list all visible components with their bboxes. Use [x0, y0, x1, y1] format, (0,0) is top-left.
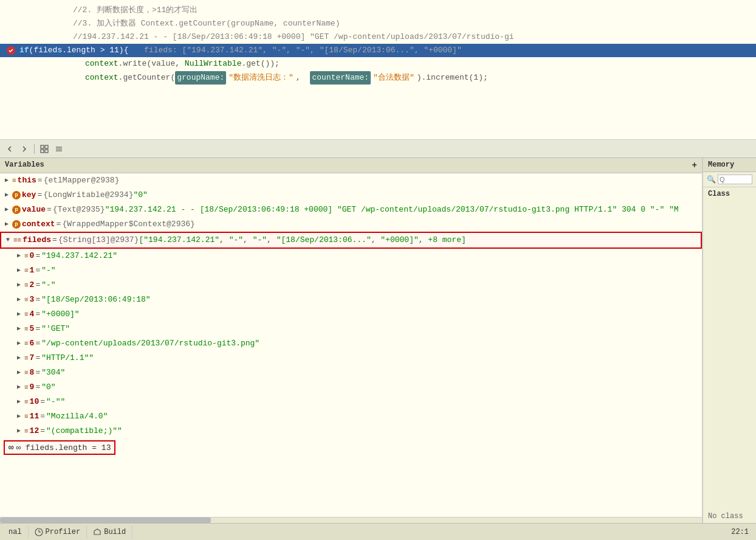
var-icon-fileds-3: ≡	[24, 294, 29, 306]
var-row-fileds[interactable]: ▼ ≡≡ fileds = {String[13]@2937} ["194.23…	[0, 232, 702, 249]
code-editor: //2. 判断数据长度，>11的才写出 //3. 加入计数器 Context.g…	[0, 0, 756, 140]
expand-fileds-0[interactable]: ▶	[15, 252, 23, 260]
var-icon-fileds: ≡≡	[13, 234, 21, 246]
var-index-4: 4	[30, 308, 35, 320]
var-row-key[interactable]: ▶ p key = {LongWritable@2934} "0"	[0, 188, 702, 202]
debug-area: Variables + ▶ ≡ this = {etlMapper@2938} …	[0, 158, 756, 523]
var-val-key: "0"	[133, 189, 147, 201]
var-row-fileds-2[interactable]: ▶ ≡ 2 = "-"	[0, 278, 702, 292]
var-row-fileds-9[interactable]: ▶ ≡ 9 = "0"	[0, 380, 702, 395]
var-row-this[interactable]: ▶ ≡ this = {etlMapper@2938}	[0, 173, 702, 188]
var-icon-fileds-1: ≡	[24, 265, 29, 277]
variables-panel-header: Variables +	[0, 158, 702, 173]
var-index-10: 10	[30, 396, 40, 408]
expand-fileds-12[interactable]: ▶	[15, 427, 23, 435]
var-icon-fileds-7: ≡	[24, 352, 29, 364]
variables-scrollbar-thumb	[0, 518, 211, 523]
toolbar-btn-arrow-right[interactable]	[18, 143, 30, 155]
variables-scrollbar[interactable]	[0, 517, 702, 523]
expand-context[interactable]: ▶	[2, 220, 11, 229]
var-row-fileds-4[interactable]: ▶ ≡ 4 = "+0000]"	[0, 307, 702, 322]
toolbar-btn-list[interactable]	[53, 143, 65, 155]
var-type-value: {Text@2935}	[53, 204, 105, 216]
add-variable-btn[interactable]: +	[692, 161, 697, 170]
svg-rect-1	[41, 145, 44, 148]
code-null-writable: NullWritable	[185, 58, 242, 70]
code-context-write: context	[85, 58, 119, 70]
fileds-length-label: ∞ fileds.length = 13	[16, 443, 111, 452]
expand-value[interactable]: ▶	[2, 206, 11, 214]
var-row-fileds-10[interactable]: ▶ ≡ 10 = "-""	[0, 395, 702, 409]
expand-fileds-9[interactable]: ▶	[15, 383, 23, 392]
var-name-fileds: fileds	[22, 234, 51, 246]
tab-nal[interactable]: nal	[2, 525, 29, 539]
tab-build[interactable]: Build	[87, 525, 132, 539]
var-val-fileds-2: "-"	[41, 279, 55, 291]
var-row-fileds-1[interactable]: ▶ ≡ 1 = "-"	[0, 263, 702, 278]
debug-toolbar	[0, 140, 756, 158]
code-getcounter: .getCounter(	[119, 72, 176, 84]
expand-fileds-2[interactable]: ▶	[15, 281, 23, 289]
var-row-fileds-3[interactable]: ▶ ≡ 3 = "[18/Sep/2013:06:49:18"	[0, 292, 702, 307]
var-row-fileds-8[interactable]: ▶ ≡ 8 = "304"	[0, 365, 702, 380]
var-icon-fileds-4: ≡	[24, 308, 29, 320]
var-row-fileds-0[interactable]: ▶ ≡ 0 = "194.237.142.21"	[0, 249, 702, 263]
var-row-value[interactable]: ▶ p value = {Text@2935} "194.237.142.21 …	[0, 202, 702, 217]
expand-fileds-1[interactable]: ▶	[15, 266, 23, 275]
expand-this[interactable]: ▶	[2, 176, 11, 185]
code-increment: ).increment(1);	[417, 72, 488, 84]
memory-search-input[interactable]	[718, 175, 752, 184]
var-icon-fileds-6: ≡	[24, 338, 29, 350]
code-context-get: context	[85, 72, 119, 84]
var-type-key: {LongWritable@2934}	[43, 189, 133, 201]
var-icon-fileds-2: ≡	[24, 279, 29, 291]
var-icon-fileds-11: ≡	[24, 410, 29, 423]
var-val-fileds: ["194.237.142.21", "-", "-", "[18/Sep/20…	[139, 234, 466, 246]
code-get: .get());	[241, 58, 279, 70]
var-row-fileds-5[interactable]: ▶ ≡ 5 = "'GET"	[0, 322, 702, 336]
build-icon	[93, 528, 101, 536]
var-val-fileds-6: "/wp-content/uploads/2013/07/rstudio-git…	[41, 338, 259, 350]
expand-fileds-10[interactable]: ▶	[15, 398, 23, 406]
var-index-6: 6	[30, 338, 35, 350]
expand-fileds[interactable]: ▼	[4, 236, 12, 244]
var-row-fileds-7[interactable]: ▶ ≡ 7 = "HTTP/1.1""	[0, 351, 702, 365]
svg-rect-2	[45, 145, 48, 148]
var-val-fileds-4: "+0000]"	[41, 308, 79, 320]
code-line-6: context .getCounter( groupName: "数据清洗日志：…	[0, 71, 756, 85]
tab-nal-label: nal	[9, 528, 22, 536]
var-val-fileds-1: "-"	[41, 265, 55, 277]
var-row-context[interactable]: ▶ p context = {WrappedMapper$Context@293…	[0, 217, 702, 232]
time-display: 22:1	[731, 528, 754, 536]
memory-class-label: Class	[703, 187, 756, 201]
tab-profiler[interactable]: Profiler	[29, 525, 88, 539]
var-eq-fileds: =	[52, 234, 57, 246]
var-icon-fileds-8: ≡	[24, 367, 29, 379]
expand-fileds-7[interactable]: ▶	[15, 354, 23, 362]
expand-fileds-11[interactable]: ▶	[15, 412, 23, 421]
var-val-fileds-5: "'GET"	[41, 323, 70, 335]
expand-fileds-6[interactable]: ▶	[15, 339, 23, 348]
var-icon-context: p	[12, 220, 21, 229]
toolbar-btn-arrow-left[interactable]	[4, 143, 16, 155]
code-line-4-highlighted: if (fileds.length > 11){ fileds: ["194.2…	[0, 44, 756, 57]
memory-title: Memory	[708, 161, 734, 169]
expand-fileds-5[interactable]: ▶	[15, 325, 23, 333]
var-val-fileds-12: "(compatible;)""	[46, 425, 122, 437]
expand-fileds-3[interactable]: ▶	[15, 296, 23, 304]
expand-key[interactable]: ▶	[2, 191, 11, 199]
expand-fileds-8[interactable]: ▶	[15, 369, 23, 377]
svg-rect-3	[41, 150, 44, 153]
var-eq-this: =	[38, 175, 43, 187]
var-index-1: 1	[30, 265, 35, 277]
var-row-fileds-6[interactable]: ▶ ≡ 6 = "/wp-content/uploads/2013/07/rst…	[0, 336, 702, 351]
toolbar-btn-grid[interactable]	[38, 143, 50, 155]
var-index-0: 0	[30, 250, 35, 262]
tab-build-label: Build	[104, 528, 126, 536]
code-param-countername-val: "合法数据"	[373, 72, 414, 84]
var-row-fileds-12[interactable]: ▶ ≡ 12 = "(compatible;)""	[0, 424, 702, 438]
memory-search-area: 🔍	[703, 172, 756, 187]
var-row-fileds-11[interactable]: ▶ ≡ 11 = "Mozilla/4.0"	[0, 409, 702, 424]
var-icon-value: p	[12, 206, 21, 214]
expand-fileds-4[interactable]: ▶	[15, 310, 23, 319]
